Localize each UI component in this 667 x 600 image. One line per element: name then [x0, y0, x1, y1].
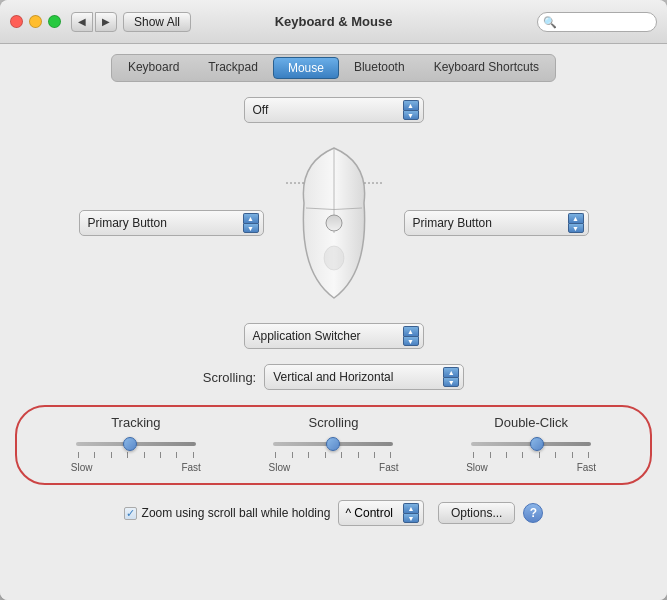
- checkbox-checkmark: ✓: [126, 508, 135, 519]
- off-dropdown-up[interactable]: ▲: [403, 100, 419, 110]
- tick: [522, 452, 523, 458]
- tracking-label: Tracking: [111, 415, 160, 430]
- app-switcher-stepper: ▲ ▼: [403, 326, 419, 346]
- tab-bluetooth[interactable]: Bluetooth: [340, 57, 419, 79]
- search-wrapper: 🔍: [537, 12, 657, 32]
- tick: [160, 452, 161, 458]
- scrolling-thumb[interactable]: [326, 437, 340, 451]
- app-switcher-value: Application Switcher: [253, 329, 361, 343]
- nav-buttons: ◀ ▶: [71, 12, 117, 32]
- tick: [374, 452, 375, 458]
- maximize-button[interactable]: [48, 15, 61, 28]
- scrolling-down[interactable]: ▼: [443, 377, 459, 387]
- left-btn-down[interactable]: ▼: [243, 223, 259, 233]
- sliders-section: Tracking: [15, 405, 652, 485]
- left-button-value: Primary Button: [88, 216, 167, 230]
- control-key-value: ^ Control: [345, 506, 393, 520]
- title-bar: ◀ ▶ Show All Keyboard & Mouse 🔍: [0, 0, 667, 44]
- tick: [78, 452, 79, 458]
- tick: [490, 452, 491, 458]
- bottom-bar: ✓ Zoom using scroll ball while holding ^…: [119, 500, 549, 526]
- tab-keyboard-shortcuts[interactable]: Keyboard Shortcuts: [420, 57, 553, 79]
- tick: [506, 452, 507, 458]
- left-btn-up[interactable]: ▲: [243, 213, 259, 223]
- tick: [473, 452, 474, 458]
- left-button-stepper: ▲ ▼: [243, 213, 259, 233]
- scrolling-value: Vertical and Horizontal: [273, 370, 393, 384]
- double-click-min-label: Slow: [466, 462, 488, 473]
- off-dropdown-down[interactable]: ▼: [403, 110, 419, 120]
- scrolling-label: Scrolling:: [203, 370, 256, 385]
- help-button[interactable]: ?: [523, 503, 543, 523]
- tick: [193, 452, 194, 458]
- tracking-labels: Slow Fast: [71, 462, 201, 473]
- back-button[interactable]: ◀: [71, 12, 93, 32]
- top-dropdown-container: Off ▲ ▼: [244, 97, 424, 123]
- scrolling-row: Scrolling: Vertical and Horizontal ▲ ▼: [203, 364, 464, 390]
- control-key-dropdown[interactable]: ^ Control ▲ ▼: [338, 500, 424, 526]
- double-click-max-label: Fast: [577, 462, 596, 473]
- off-dropdown-value: Off: [253, 103, 269, 117]
- app-switcher-up[interactable]: ▲: [403, 326, 419, 336]
- off-dropdown[interactable]: Off ▲ ▼: [244, 97, 424, 123]
- tick: [127, 452, 128, 458]
- tick: [555, 452, 556, 458]
- mouse-diagram-row: Primary Button ▲ ▼: [15, 143, 652, 303]
- scrolling-track-container: [273, 436, 393, 458]
- double-click-labels: Slow Fast: [466, 462, 596, 473]
- mouse-image: [279, 143, 389, 303]
- tick: [111, 452, 112, 458]
- control-key-up[interactable]: ▲: [403, 503, 419, 513]
- show-all-button[interactable]: Show All: [123, 12, 191, 32]
- tracking-max-label: Fast: [181, 462, 200, 473]
- right-button-dropdown[interactable]: Primary Button ▲ ▼: [404, 210, 589, 236]
- tab-keyboard[interactable]: Keyboard: [114, 57, 193, 79]
- right-button-stepper: ▲ ▼: [568, 213, 584, 233]
- scrolling-slider-labels: Slow Fast: [268, 462, 398, 473]
- options-button[interactable]: Options...: [438, 502, 515, 524]
- tick: [292, 452, 293, 458]
- control-key-down[interactable]: ▼: [403, 513, 419, 523]
- tracking-min-label: Slow: [71, 462, 93, 473]
- tick: [588, 452, 589, 458]
- close-button[interactable]: [10, 15, 23, 28]
- tracking-track: [76, 442, 196, 446]
- tick: [176, 452, 177, 458]
- zoom-checkbox[interactable]: ✓: [124, 507, 137, 520]
- scrolling-slider-label: Scrolling: [309, 415, 359, 430]
- right-button-value: Primary Button: [413, 216, 492, 230]
- bottom-dropdown-container: Application Switcher ▲ ▼: [244, 323, 424, 349]
- window-title: Keyboard & Mouse: [275, 14, 393, 29]
- tracking-thumb[interactable]: [123, 437, 137, 451]
- scrolling-dropdown[interactable]: Vertical and Horizontal ▲ ▼: [264, 364, 464, 390]
- scrolling-up[interactable]: ▲: [443, 367, 459, 377]
- left-button-dropdown[interactable]: Primary Button ▲ ▼: [79, 210, 264, 236]
- right-btn-up[interactable]: ▲: [568, 213, 584, 223]
- svg-point-1: [326, 215, 342, 231]
- tick: [275, 452, 276, 458]
- tab-mouse[interactable]: Mouse: [273, 57, 339, 79]
- right-btn-down[interactable]: ▼: [568, 223, 584, 233]
- app-switcher-dropdown[interactable]: Application Switcher ▲ ▼: [244, 323, 424, 349]
- right-button-dropdown-container: Primary Button ▲ ▼: [404, 210, 589, 236]
- scrolling-slider-group: Scrolling: [268, 415, 398, 473]
- tick: [341, 452, 342, 458]
- tab-trackpad[interactable]: Trackpad: [194, 57, 272, 79]
- tick: [94, 452, 95, 458]
- scrolling-min-label: Slow: [268, 462, 290, 473]
- tick: [144, 452, 145, 458]
- tick: [572, 452, 573, 458]
- scrolling-stepper: ▲ ▼: [443, 367, 459, 387]
- app-switcher-down[interactable]: ▼: [403, 336, 419, 346]
- minimize-button[interactable]: [29, 15, 42, 28]
- tracking-track-container: [76, 436, 196, 458]
- double-click-track: [471, 442, 591, 446]
- scrolling-ticks: [273, 452, 393, 458]
- forward-button[interactable]: ▶: [95, 12, 117, 32]
- zoom-label: Zoom using scroll ball while holding: [142, 506, 331, 520]
- svg-point-2: [324, 246, 344, 270]
- search-box: 🔍: [537, 12, 657, 32]
- double-click-thumb[interactable]: [530, 437, 544, 451]
- mouse-settings-area: Off ▲ ▼ Primary Button ▲ ▼: [15, 97, 652, 585]
- main-window: ◀ ▶ Show All Keyboard & Mouse 🔍 Keyboard…: [0, 0, 667, 600]
